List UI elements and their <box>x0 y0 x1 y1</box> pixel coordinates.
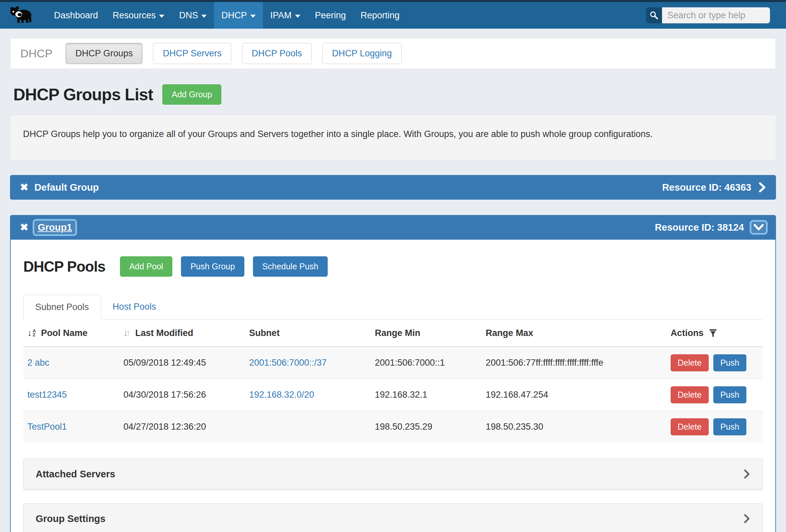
col-header-last-modified[interactable]: ↓↑ Last Modified <box>119 320 245 347</box>
col-label: Actions <box>671 328 704 338</box>
col-label: Subnet <box>249 328 280 338</box>
nav-label: Resources <box>113 10 156 21</box>
chevron-right-icon <box>744 514 750 524</box>
search-icon[interactable] <box>646 7 662 23</box>
section-label: DHCP <box>20 47 52 60</box>
nav-label: Dashboard <box>54 10 98 21</box>
delete-button[interactable]: Delete <box>671 418 709 435</box>
nav-label: DNS <box>179 10 198 21</box>
add-group-button[interactable]: Add Group <box>162 84 221 105</box>
tab-subnet-pools[interactable]: Subnet Pools <box>23 295 101 320</box>
sort-alpha-asc-icon: ↓AZ <box>27 328 36 338</box>
nav-item-resources[interactable]: Resources <box>105 2 172 29</box>
schedule-push-button[interactable]: Schedule Push <box>253 256 328 277</box>
col-header-actions: Actions <box>667 320 763 347</box>
nav-item-ipam[interactable]: IPAM <box>263 2 308 29</box>
accordion-group-settings[interactable]: Group Settings <box>23 503 763 532</box>
dhcp-subnav: DHCP DHCP Groups DHCP Servers DHCP Pools… <box>10 38 776 69</box>
nav-item-dns[interactable]: DNS <box>172 2 214 29</box>
subnet-link[interactable]: 2001:506:7000::/37 <box>249 358 327 368</box>
nav-label: Reporting <box>361 10 400 21</box>
accordion-label: Group Settings <box>36 513 105 524</box>
resource-id-label: Resource ID: 46363 <box>662 182 751 193</box>
col-header-pool-name[interactable]: ↓AZ Pool Name <box>23 320 119 347</box>
range-min-value: 192.168.32.1 <box>375 390 427 400</box>
chevron-right-icon[interactable] <box>759 182 766 193</box>
nav-label: DHCP <box>221 10 247 21</box>
nav-item-reporting[interactable]: Reporting <box>353 2 407 29</box>
tab-dhcp-servers[interactable]: DHCP Servers <box>153 43 231 64</box>
description-text: DHCP Groups help you to organize all of … <box>23 129 653 139</box>
nav-item-dhcp[interactable]: DHCP <box>214 2 263 29</box>
pool-name-link[interactable]: 2 abc <box>27 358 49 368</box>
app-logo[interactable] <box>9 2 35 29</box>
tab-dhcp-logging[interactable]: DHCP Logging <box>322 43 402 64</box>
range-min-value: 198.50.235.29 <box>375 422 432 432</box>
nav-item-dashboard[interactable]: Dashboard <box>47 2 105 29</box>
delete-button[interactable]: Delete <box>671 354 709 371</box>
range-max-value: 2001:506:77ff:ffff:ffff:ffff:ffff:fffe <box>486 358 603 368</box>
add-pool-button[interactable]: Add Pool <box>120 256 172 277</box>
chevron-right-icon <box>744 469 750 479</box>
last-modified-value: 05/09/2018 12:49:45 <box>123 358 206 368</box>
caret-down-icon <box>295 15 300 18</box>
tab-host-pools[interactable]: Host Pools <box>101 295 168 320</box>
col-header-range-max: Range Max <box>482 320 667 347</box>
remove-group-icon[interactable]: ✖ <box>20 222 28 232</box>
caret-down-icon <box>159 15 164 18</box>
col-label: Last Modified <box>135 328 193 338</box>
accordion-attached-servers[interactable]: Attached Servers <box>23 459 763 489</box>
range-min-value: 2001:506:7000::1 <box>375 358 445 368</box>
panda-logo-icon <box>9 4 35 26</box>
tab-dhcp-pools[interactable]: DHCP Pools <box>242 43 312 64</box>
nav-item-peering[interactable]: Peering <box>308 2 353 29</box>
tab-dhcp-groups[interactable]: DHCP Groups <box>66 43 142 64</box>
pool-type-tabs: Subnet Pools Host Pools <box>23 295 763 320</box>
col-header-range-min: Range Min <box>371 320 482 347</box>
table-row: TestPool1 04/27/2018 12:36:20 198.50.235… <box>23 411 763 443</box>
nav-label: IPAM <box>270 10 292 21</box>
remove-group-icon[interactable]: ✖ <box>20 182 28 192</box>
search-input[interactable] <box>662 7 770 23</box>
range-max-value: 192.168.47.254 <box>486 390 548 400</box>
chevron-down-icon[interactable] <box>751 222 766 233</box>
push-button[interactable]: Push <box>713 386 746 403</box>
push-button[interactable]: Push <box>713 354 746 371</box>
push-group-button[interactable]: Push Group <box>181 256 244 277</box>
last-modified-value: 04/30/2018 17:56:26 <box>123 390 206 400</box>
group-header-default-group[interactable]: ✖ Default Group Resource ID: 46363 <box>10 175 776 200</box>
col-label: Pool Name <box>41 328 88 338</box>
table-row: 2 abc 05/09/2018 12:49:45 2001:506:7000:… <box>23 347 763 379</box>
subnet-pools-table: ↓AZ Pool Name ↓↑ Last Modified Subnet <box>23 320 763 443</box>
pool-name-link[interactable]: TestPool1 <box>27 422 67 432</box>
page-title: DHCP Groups List <box>13 85 153 104</box>
group-name-link[interactable]: Group1 <box>34 221 75 234</box>
col-header-subnet: Subnet <box>245 320 371 347</box>
nav-label: Peering <box>315 10 346 21</box>
col-label: Range Max <box>486 328 533 338</box>
caret-down-icon <box>201 15 207 18</box>
resource-id-label: Resource ID: 38124 <box>655 222 744 233</box>
delete-button[interactable]: Delete <box>671 386 709 403</box>
pool-name-link[interactable]: test12345 <box>27 390 67 400</box>
accordion-label: Attached Servers <box>36 469 115 480</box>
col-label: Range Min <box>375 328 420 338</box>
main-navbar: Dashboard Resources DNS DHCP IPAM Peerin… <box>0 2 786 29</box>
group-name: Default Group <box>34 182 99 193</box>
push-button[interactable]: Push <box>713 418 746 435</box>
group1-expanded-panel: DHCP Pools Add Pool Push Group Schedule … <box>10 240 776 532</box>
pools-title: DHCP Pools <box>23 258 105 275</box>
caret-down-icon <box>250 15 256 18</box>
search-area <box>646 2 786 29</box>
sort-icon: ↓↑ <box>123 328 131 338</box>
table-row: test12345 04/30/2018 17:56:26 192.168.32… <box>23 379 763 411</box>
subnet-link[interactable]: 192.168.32.0/20 <box>249 390 314 400</box>
range-max-value: 198.50.235.30 <box>486 422 543 432</box>
last-modified-value: 04/27/2018 12:36:20 <box>123 422 206 432</box>
group-header-group1[interactable]: ✖ Group1 Resource ID: 38124 <box>10 215 776 240</box>
filter-icon[interactable] <box>709 329 717 337</box>
description-panel: DHCP Groups help you to organize all of … <box>10 115 776 160</box>
